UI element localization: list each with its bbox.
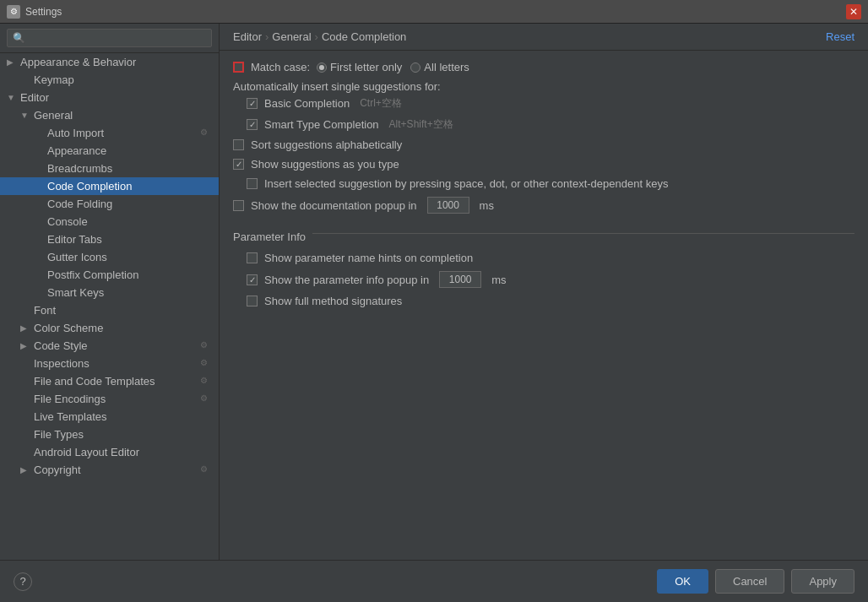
reset-button[interactable]: Reset: [826, 30, 854, 43]
ok-button[interactable]: OK: [657, 569, 708, 594]
sidebar-item-postfix-completion[interactable]: Postfix Completion: [0, 266, 219, 284]
show-suggestions-checkbox[interactable]: [233, 159, 244, 170]
doc-popup-value[interactable]: [427, 197, 469, 214]
sidebar-item-appearance[interactable]: Appearance: [0, 142, 219, 160]
sidebar-item-breadcrumbs[interactable]: Breadcrumbs: [0, 160, 219, 177]
sidebar-item-file-code-templates[interactable]: File and Code Templates⚙: [0, 372, 219, 390]
sidebar-item-appearance-behavior[interactable]: ▶Appearance & Behavior: [0, 53, 219, 71]
settings-icon: ⚙: [200, 376, 212, 388]
sidebar-item-editor[interactable]: ▼Editor: [0, 89, 219, 106]
sort-suggestions-checkbox[interactable]: [233, 139, 244, 150]
first-letter-label: First letter only: [330, 61, 402, 73]
show-info-popup-checkbox[interactable]: [247, 274, 258, 285]
sidebar-item-label: Color Scheme: [34, 322, 212, 334]
match-case-checkbox[interactable]: [233, 62, 244, 73]
sidebar-item-auto-import[interactable]: Auto Import⚙: [0, 124, 219, 142]
show-name-hints-label: Show parameter name hints on completion: [264, 252, 473, 264]
sidebar-item-label: Appearance & Behavior: [20, 56, 212, 68]
settings-content: Match case: First letter only All letter…: [220, 51, 868, 560]
sidebar-item-label: Console: [47, 215, 212, 228]
content-area: Editor › General › Code Completion Reset…: [220, 24, 868, 560]
sidebar-item-smart-keys[interactable]: Smart Keys: [0, 284, 219, 301]
sidebar-item-label: Breadcrumbs: [47, 162, 212, 175]
sidebar-item-label: Editor Tabs: [47, 233, 212, 246]
insert-selected-checkbox[interactable]: [247, 178, 258, 189]
sidebar-item-editor-tabs[interactable]: Editor Tabs: [0, 230, 219, 248]
sidebar-item-label: Live Templates: [34, 410, 212, 423]
breadcrumb-current: Code Completion: [322, 30, 406, 43]
all-letters-label: All letters: [424, 61, 469, 73]
arrow-icon: ▶: [20, 341, 34, 350]
settings-icon: ⚙: [200, 393, 212, 405]
parameter-info-title: Parameter Info: [233, 230, 306, 243]
sidebar-item-label: File and Code Templates: [34, 375, 200, 388]
sidebar-item-file-encodings[interactable]: File Encodings⚙: [0, 390, 219, 408]
smart-type-checkbox[interactable]: [247, 119, 258, 130]
cancel-button[interactable]: Cancel: [715, 569, 784, 594]
sidebar-item-label: File Encodings: [34, 393, 200, 405]
first-letter-radio[interactable]: [317, 62, 327, 73]
sidebar-item-label: Code Style: [34, 339, 200, 352]
show-suggestions-label: Show suggestions as you type: [251, 158, 399, 171]
show-doc-popup-label: Show the documentation popup in: [251, 199, 417, 212]
sidebar-item-color-scheme[interactable]: ▶Color Scheme: [0, 319, 219, 337]
settings-icon: ⚙: [200, 464, 212, 476]
bottom-bar: ? OK Cancel Apply: [0, 560, 868, 602]
sidebar-item-label: Smart Keys: [47, 286, 212, 299]
sidebar-item-general[interactable]: ▼General: [0, 106, 219, 124]
arrow-icon: ▶: [7, 57, 20, 67]
show-info-popup-label: Show the parameter info popup in: [264, 274, 429, 286]
sidebar-item-label: File Types: [34, 428, 212, 441]
basic-completion-label: Basic Completion: [264, 97, 350, 110]
info-popup-unit: ms: [491, 274, 506, 286]
sort-suggestions-label: Sort suggestions alphabetically: [251, 138, 402, 151]
info-popup-value[interactable]: [439, 271, 481, 288]
insert-selected-label: Insert selected suggestion by pressing s…: [264, 177, 668, 190]
sidebar-item-label: Appearance: [47, 144, 212, 157]
arrow-icon: ▶: [20, 323, 34, 333]
show-doc-popup-checkbox[interactable]: [233, 200, 244, 211]
sidebar-item-code-folding[interactable]: Code Folding: [0, 195, 219, 213]
settings-icon: ⚙: [200, 340, 212, 352]
sidebar-item-label: Android Layout Editor: [34, 446, 212, 458]
sidebar: ▶Appearance & Behavior Keymap▼Editor▼Gen…: [0, 24, 220, 560]
search-input[interactable]: [7, 29, 212, 47]
arrow-icon: ▼: [20, 111, 34, 120]
basic-completion-checkbox[interactable]: [247, 98, 258, 109]
auto-insert-label: Automatically insert single suggestions …: [233, 80, 441, 93]
sidebar-item-file-types[interactable]: File Types: [0, 426, 219, 443]
sidebar-item-font[interactable]: Font: [0, 301, 219, 319]
sidebar-item-label: General: [34, 109, 212, 122]
sidebar-item-keymap[interactable]: Keymap: [0, 71, 219, 89]
help-button[interactable]: ?: [14, 572, 32, 591]
sidebar-item-code-style[interactable]: ▶Code Style⚙: [0, 337, 219, 355]
breadcrumb-bar: Editor › General › Code Completion Reset: [220, 24, 868, 51]
apply-button[interactable]: Apply: [791, 569, 854, 594]
sidebar-item-android-layout-editor[interactable]: Android Layout Editor: [0, 443, 219, 461]
title-bar: ⚙ Settings ✕: [0, 0, 868, 24]
arrow-icon: ▼: [7, 93, 20, 102]
sidebar-item-label: Editor: [20, 91, 212, 104]
sidebar-item-inspections[interactable]: Inspections⚙: [0, 355, 219, 372]
sidebar-item-label: Code Completion: [47, 180, 212, 193]
sidebar-item-label: Postfix Completion: [47, 268, 212, 281]
close-button[interactable]: ✕: [846, 4, 861, 19]
sidebar-item-label: Font: [34, 304, 212, 317]
sidebar-item-label: Auto Import: [47, 127, 200, 139]
sidebar-item-copyright[interactable]: ▶Copyright⚙: [0, 461, 219, 479]
basic-completion-hint: Ctrl+空格: [360, 96, 402, 111]
sidebar-item-console[interactable]: Console: [0, 213, 219, 230]
show-full-method-checkbox[interactable]: [247, 296, 258, 306]
match-case-label: Match case:: [251, 61, 310, 73]
show-name-hints-checkbox[interactable]: [247, 252, 258, 263]
settings-icon: ⚙: [200, 127, 212, 139]
all-letters-radio[interactable]: [410, 62, 420, 73]
sidebar-item-code-completion[interactable]: Code Completion: [0, 177, 219, 195]
sidebar-item-label: Inspections: [34, 357, 200, 370]
settings-icon: ⚙: [200, 358, 212, 370]
sidebar-item-live-templates[interactable]: Live Templates: [0, 408, 219, 426]
doc-popup-unit: ms: [480, 199, 494, 212]
sidebar-item-gutter-icons[interactable]: Gutter Icons: [0, 248, 219, 266]
sidebar-item-label: Keymap: [34, 73, 212, 86]
sidebar-item-label: Gutter Icons: [47, 251, 212, 263]
